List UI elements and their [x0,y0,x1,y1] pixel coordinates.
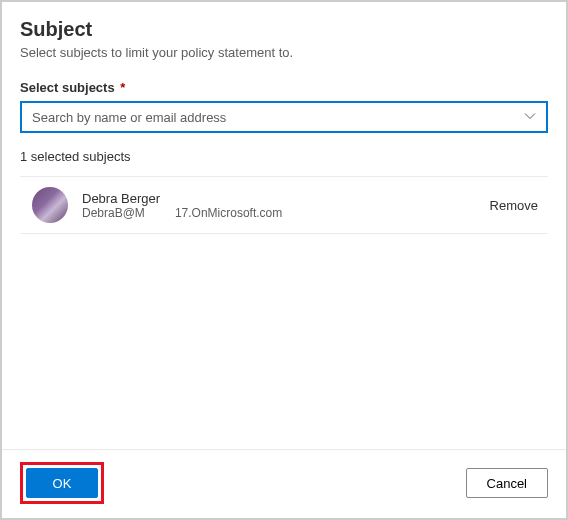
avatar [32,187,68,223]
selected-count-label: 1 selected subjects [20,149,548,164]
select-subjects-label: Select subjects * [20,80,548,95]
subject-search-dropdown[interactable]: Search by name or email address [20,101,548,133]
dialog-subtitle: Select subjects to limit your policy sta… [20,45,548,60]
dialog-footer: OK Cancel [2,449,566,518]
chevron-down-icon [524,110,536,125]
dialog-title: Subject [20,18,548,41]
subject-name: Debra Berger [82,191,490,206]
dropdown-placeholder: Search by name or email address [32,110,226,125]
ok-button[interactable]: OK [26,468,98,498]
subject-email: DebraB@M 17.OnMicrosoft.com [82,206,490,220]
subject-info: Debra Berger DebraB@M 17.OnMicrosoft.com [82,191,490,220]
dialog-content: Subject Select subjects to limit your po… [2,2,566,449]
selected-subjects-list: Debra Berger DebraB@M 17.OnMicrosoft.com… [20,176,548,234]
ok-highlight-box: OK [20,462,104,504]
cancel-button[interactable]: Cancel [466,468,548,498]
list-item: Debra Berger DebraB@M 17.OnMicrosoft.com… [20,177,548,234]
remove-button[interactable]: Remove [490,198,538,213]
required-marker: * [120,80,125,95]
